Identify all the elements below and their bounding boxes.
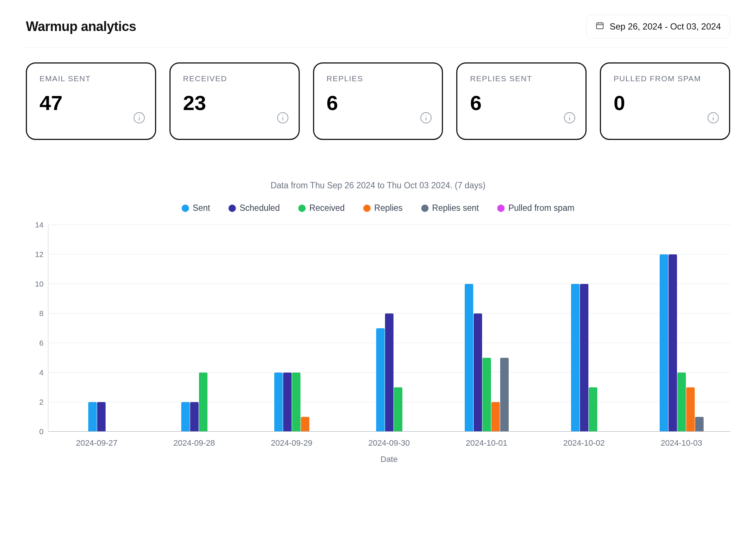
svg-point-6 <box>139 115 140 116</box>
y-tick-label: 12 <box>35 250 44 259</box>
metric-cards-row: EMAIL SENT 47 RECEIVED 23 REPLIES 6 REPL… <box>26 62 730 140</box>
bar[interactable] <box>97 402 106 432</box>
chart-caption: Data from Thu Sep 26 2024 to Thu Oct 03 … <box>26 181 730 191</box>
chart-legend: Sent Scheduled Received Replies Replies … <box>26 203 730 213</box>
bar[interactable] <box>283 373 292 432</box>
legend-item[interactable]: Pulled from spam <box>497 203 574 213</box>
metric-card-value: 0 <box>614 91 717 115</box>
bar[interactable] <box>292 373 300 432</box>
svg-rect-0 <box>597 23 603 29</box>
bar[interactable] <box>474 313 482 432</box>
metric-card-value: 23 <box>183 91 286 115</box>
legend-item[interactable]: Replies sent <box>421 203 479 213</box>
legend-label: Replies <box>374 203 403 213</box>
metric-card-label: REPLIES <box>327 74 430 83</box>
bar-group <box>535 225 633 432</box>
info-icon[interactable] <box>707 112 719 124</box>
bar[interactable] <box>274 373 283 432</box>
x-tick-label: 2024-09-29 <box>243 438 340 448</box>
legend-swatch <box>182 205 189 212</box>
legend-swatch <box>228 205 236 212</box>
y-tick-label: 6 <box>39 339 44 347</box>
x-tick-label: 2024-10-03 <box>633 438 730 448</box>
metric-card: RECEIVED 23 <box>169 62 300 140</box>
metric-card: PULLED FROM SPAM 0 <box>600 62 730 140</box>
info-icon[interactable] <box>276 112 289 124</box>
bar-group <box>146 225 243 432</box>
calendar-icon <box>595 21 604 32</box>
info-icon[interactable] <box>420 112 432 124</box>
metric-card-label: PULLED FROM SPAM <box>614 74 717 83</box>
metric-card-value: 6 <box>470 91 573 115</box>
bar[interactable] <box>88 402 97 432</box>
metric-card-label: REPLIES SENT <box>470 74 573 83</box>
y-tick-label: 10 <box>35 280 44 288</box>
y-tick-label: 8 <box>39 309 44 318</box>
legend-swatch <box>497 205 505 212</box>
svg-point-18 <box>713 115 714 116</box>
y-tick-label: 0 <box>39 427 44 436</box>
bar-group <box>243 225 341 432</box>
metric-card: REPLIES SENT 6 <box>456 62 587 140</box>
bar[interactable] <box>695 417 704 432</box>
bar[interactable] <box>580 284 588 432</box>
bar[interactable] <box>482 358 491 432</box>
x-tick-label: 2024-10-02 <box>535 438 633 448</box>
bar[interactable] <box>660 254 668 432</box>
legend-label: Scheduled <box>240 203 280 213</box>
metric-card-value: 6 <box>327 91 430 115</box>
legend-label: Received <box>309 203 345 213</box>
chart-x-label: Date <box>48 455 730 464</box>
bar-group <box>633 225 730 432</box>
bar[interactable] <box>686 387 695 432</box>
bar[interactable] <box>301 417 309 432</box>
info-icon[interactable] <box>563 112 576 124</box>
legend-swatch <box>298 205 306 212</box>
bar[interactable] <box>589 387 597 432</box>
bar[interactable] <box>571 284 580 432</box>
bar[interactable] <box>677 373 686 432</box>
page-title: Warmup analytics <box>26 19 136 34</box>
bar[interactable] <box>385 313 394 432</box>
metric-card-value: 47 <box>39 91 142 115</box>
x-tick-label: 2024-10-01 <box>438 438 535 448</box>
bar[interactable] <box>376 328 385 432</box>
metric-card-label: RECEIVED <box>183 74 286 83</box>
x-tick-label: 2024-09-30 <box>340 438 438 448</box>
date-range-text: Sep 26, 2024 - Oct 03, 2024 <box>609 21 721 32</box>
bar[interactable] <box>190 402 199 432</box>
bar[interactable] <box>181 402 190 432</box>
svg-point-12 <box>426 115 426 116</box>
bar-group <box>48 225 146 432</box>
y-tick-label: 14 <box>35 220 44 229</box>
bar[interactable] <box>465 284 473 432</box>
bar-group <box>438 225 535 432</box>
info-icon[interactable] <box>133 112 145 124</box>
chart-x-axis: 2024-09-272024-09-282024-09-292024-09-30… <box>48 438 730 448</box>
metric-card: REPLIES 6 <box>313 62 443 140</box>
bar[interactable] <box>669 254 677 432</box>
x-tick-label: 2024-09-27 <box>48 438 145 448</box>
chart: 02468101214 <box>26 225 730 432</box>
legend-swatch <box>421 205 429 212</box>
y-tick-label: 2 <box>39 398 44 407</box>
bar[interactable] <box>491 402 500 432</box>
legend-label: Pulled from spam <box>508 203 574 213</box>
bar[interactable] <box>394 387 402 432</box>
y-tick-label: 4 <box>39 368 44 377</box>
legend-item[interactable]: Sent <box>182 203 210 213</box>
chart-y-axis: 02468101214 <box>26 225 48 432</box>
bar[interactable] <box>199 373 207 432</box>
bar-group <box>341 225 438 432</box>
metric-card: EMAIL SENT 47 <box>26 62 156 140</box>
legend-label: Sent <box>193 203 210 213</box>
date-range-picker[interactable]: Sep 26, 2024 - Oct 03, 2024 <box>586 15 730 38</box>
bar[interactable] <box>500 358 509 432</box>
legend-item[interactable]: Replies <box>363 203 403 213</box>
chart-plot-area <box>48 225 730 432</box>
legend-item[interactable]: Received <box>298 203 345 213</box>
legend-item[interactable]: Scheduled <box>228 203 280 213</box>
svg-point-9 <box>282 115 283 116</box>
svg-point-15 <box>569 115 570 116</box>
legend-label: Replies sent <box>432 203 479 213</box>
